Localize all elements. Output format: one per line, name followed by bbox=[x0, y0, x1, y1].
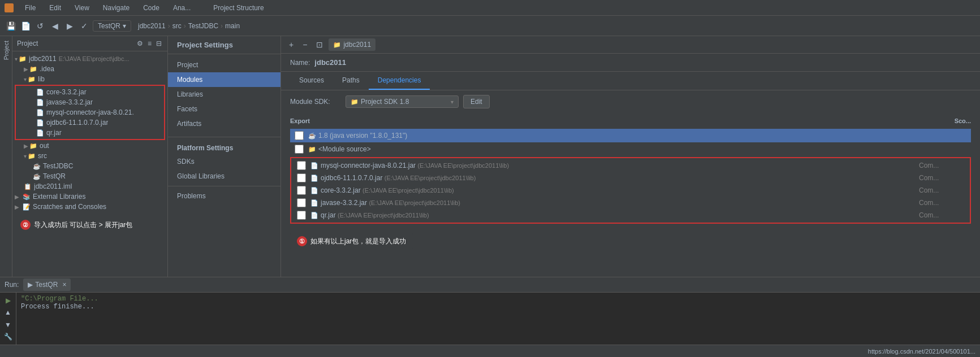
tree-header-sort[interactable]: ≡ bbox=[146, 38, 153, 49]
dep-mysql-icon: 📄 bbox=[310, 162, 318, 169]
tree-item-testqr[interactable]: ☕ TestQR bbox=[12, 171, 167, 181]
tree-header-gear[interactable]: ⚙ bbox=[136, 38, 144, 49]
java-icon-testjdbc: ☕ bbox=[33, 163, 41, 170]
breadcrumb-part3[interactable]: TestJDBC bbox=[188, 22, 218, 30]
toolbar-save2-btn[interactable]: 📄 bbox=[19, 20, 32, 32]
toolbar-check-btn[interactable]: ✓ bbox=[78, 20, 90, 32]
tooltip1-text: 如果有以上jar包，就是导入成功 bbox=[310, 237, 406, 246]
expand-arrow-src: ▾ bbox=[24, 153, 27, 159]
dep-checkbox-source[interactable] bbox=[295, 145, 304, 154]
module-add-btn[interactable]: + bbox=[286, 39, 297, 50]
dep-row-javase[interactable]: 📄 javase-3.3.2.jar (E:\JAVA EE\project\j… bbox=[292, 197, 969, 209]
tree-item-out[interactable]: ▶ 📁 out bbox=[12, 141, 167, 151]
settings-item-sdks[interactable]: SDKs bbox=[168, 154, 280, 169]
src-folder-icon: 📁 bbox=[28, 153, 36, 160]
module-copy-btn[interactable]: ⊡ bbox=[313, 39, 326, 50]
settings-item-modules[interactable]: Modules bbox=[168, 72, 280, 87]
dep-row-mysql[interactable]: 📄 mysql-connector-java-8.0.21.jar (E:\JA… bbox=[292, 159, 969, 172]
breadcrumb-sep2: › bbox=[184, 22, 186, 30]
tree-item-root[interactable]: ▾ 📁 jdbc2011 E:\JAVA EE\project\jdbc... bbox=[12, 54, 167, 64]
menu-item-view[interactable]: View bbox=[72, 3, 92, 13]
tree-item-qr[interactable]: 📄 qr.jar bbox=[16, 128, 164, 138]
tree-item-scratches[interactable]: ▶ 📝 Scratches and Consoles bbox=[12, 202, 167, 212]
dep-row-module-source[interactable]: 📁 <Module source> bbox=[290, 142, 971, 156]
app-icon bbox=[5, 3, 14, 12]
toolbar-save-btn[interactable]: 💾 bbox=[5, 20, 17, 32]
jar-icon-javase: 📄 bbox=[36, 99, 44, 106]
dep-qr-icon: 📄 bbox=[310, 212, 318, 219]
toolbar-refresh-btn[interactable]: ↺ bbox=[34, 20, 46, 32]
project-vertical-tab[interactable]: Project bbox=[0, 36, 12, 64]
dep-row-core[interactable]: 📄 core-3.3.2.jar (E:\JAVA EE\project\jdb… bbox=[292, 184, 969, 197]
run-selector[interactable]: TestQR ▾ bbox=[93, 20, 131, 32]
dep-row-jdk[interactable]: ☕ 1.8 (java version "1.8.0_131") bbox=[290, 129, 971, 142]
settings-item-facets[interactable]: Facets bbox=[168, 102, 280, 116]
menu-item-navigate[interactable]: Navigate bbox=[101, 3, 132, 13]
sdk-edit-btn[interactable]: Edit bbox=[463, 95, 490, 108]
settings-panel: Project Settings Project Modules Librari… bbox=[168, 36, 281, 277]
wrench-btn[interactable]: 🔧 bbox=[2, 332, 14, 343]
settings-item-project[interactable]: Project bbox=[168, 58, 280, 72]
tree-item-lib[interactable]: ▾ 📁 lib bbox=[12, 74, 167, 84]
dep-qr-path: (E:\JAVA EE\project\jdbc2011\lib) bbox=[338, 212, 429, 219]
dep-qr-scope: Com... bbox=[919, 211, 964, 219]
module-item-jdbc2011[interactable]: 📁 jdbc2011 bbox=[329, 38, 375, 51]
menu-item-ana[interactable]: Ana... bbox=[171, 3, 193, 13]
menu-item-edit[interactable]: Edit bbox=[47, 3, 63, 13]
toolbar-forward-btn[interactable]: ▶ bbox=[63, 20, 76, 32]
tree-item-javase[interactable]: 📄 javase-3.3.2.jar bbox=[16, 97, 164, 107]
bottom-area: ▶ ▲ ▼ 🔧 "C:\Program File... Process fini… bbox=[0, 293, 980, 345]
idea-folder-icon: 📁 bbox=[29, 66, 37, 73]
menu-item-file[interactable]: File bbox=[23, 3, 38, 13]
menu-item-code[interactable]: Code bbox=[141, 3, 162, 13]
up-btn[interactable]: ▲ bbox=[2, 307, 14, 319]
run-label: Run: bbox=[5, 281, 19, 289]
dep-checkbox-qr[interactable] bbox=[297, 211, 306, 220]
tree-item-mysql-label: mysql-connector-java-8.0.21. bbox=[46, 108, 134, 116]
tree-item-iml[interactable]: 📋 jdbc2011.iml bbox=[12, 181, 167, 191]
down-btn[interactable]: ▼ bbox=[2, 319, 14, 330]
sdk-selector[interactable]: 📁 Project SDK 1.8 ▾ bbox=[346, 95, 459, 108]
tab-paths[interactable]: Paths bbox=[333, 72, 369, 90]
dep-checkbox-ojdbc[interactable] bbox=[297, 173, 306, 182]
tree-header-collapse[interactable]: ⊟ bbox=[155, 38, 163, 49]
settings-item-global-libs[interactable]: Global Libraries bbox=[168, 169, 280, 184]
dep-row-ojdbc[interactable]: 📄 ojdbc6-11.1.0.7.0.jar (E:\JAVA EE\proj… bbox=[292, 172, 969, 184]
tree-item-testjdbc[interactable]: ☕ TestJDBC bbox=[12, 161, 167, 171]
sdk-folder-icon: 📁 bbox=[351, 98, 359, 106]
settings-item-libraries[interactable]: Libraries bbox=[168, 87, 280, 102]
tree-item-mysql[interactable]: 📄 mysql-connector-java-8.0.21. bbox=[16, 107, 164, 117]
tree-item-ojdbc[interactable]: 📄 ojdbc6-11.1.0.7.0.jar bbox=[16, 117, 164, 128]
module-remove-btn[interactable]: − bbox=[299, 39, 310, 50]
sdk-row: Module SDK: 📁 Project SDK 1.8 ▾ Edit bbox=[290, 95, 971, 108]
dep-mysql-label: mysql-connector-java-8.0.21.jar (E:\JAVA… bbox=[321, 162, 919, 169]
settings-item-artifacts[interactable]: Artifacts bbox=[168, 116, 280, 131]
breadcrumb-part1[interactable]: jdbc2011 bbox=[138, 22, 166, 30]
tree-item-ext-libs[interactable]: ▶ 📚 External Libraries bbox=[12, 191, 167, 202]
jar-files-group: 📄 core-3.3.2.jar 📄 javase-3.3.2.jar 📄 my… bbox=[15, 85, 165, 140]
tree-item-src[interactable]: ▾ 📁 src bbox=[12, 151, 167, 161]
toolbar-back-btn[interactable]: ◀ bbox=[49, 20, 61, 32]
play-btn[interactable]: ▶ bbox=[2, 295, 14, 306]
dep-checkbox-jdk[interactable] bbox=[295, 131, 304, 140]
run-tab[interactable]: ▶ TestQR × bbox=[23, 278, 71, 291]
dep-checkbox-javase[interactable] bbox=[297, 198, 306, 207]
run-tab-close[interactable]: × bbox=[62, 281, 66, 289]
sdk-label: Module SDK: bbox=[290, 98, 341, 106]
dep-row-qr[interactable]: 📄 qr.jar (E:\JAVA EE\project\jdbc2011\li… bbox=[292, 209, 969, 221]
settings-item-problems[interactable]: Problems bbox=[168, 189, 280, 203]
bottom-panel-header: Run: ▶ TestQR × bbox=[0, 277, 980, 293]
breadcrumb-part2[interactable]: src bbox=[172, 22, 182, 30]
tree-item-scratches-label: Scratches and Consoles bbox=[33, 203, 106, 211]
tree-item-label: jdbc2011 bbox=[29, 55, 57, 63]
tree-item-core[interactable]: 📄 core-3.3.2.jar bbox=[16, 87, 164, 97]
tree-item-testjdbc-label: TestJDBC bbox=[43, 162, 73, 170]
dep-mysql-scope: Com... bbox=[919, 162, 964, 169]
breadcrumb-part4[interactable]: main bbox=[225, 22, 240, 30]
dep-checkbox-core[interactable] bbox=[297, 186, 306, 195]
menu-bar: File Edit View Navigate Code Ana... Proj… bbox=[0, 0, 980, 16]
tab-sources[interactable]: Sources bbox=[290, 72, 333, 90]
tab-dependencies[interactable]: Dependencies bbox=[369, 72, 430, 90]
tree-item-idea[interactable]: ▶ 📁 .idea bbox=[12, 64, 167, 74]
dep-checkbox-mysql[interactable] bbox=[297, 161, 306, 170]
